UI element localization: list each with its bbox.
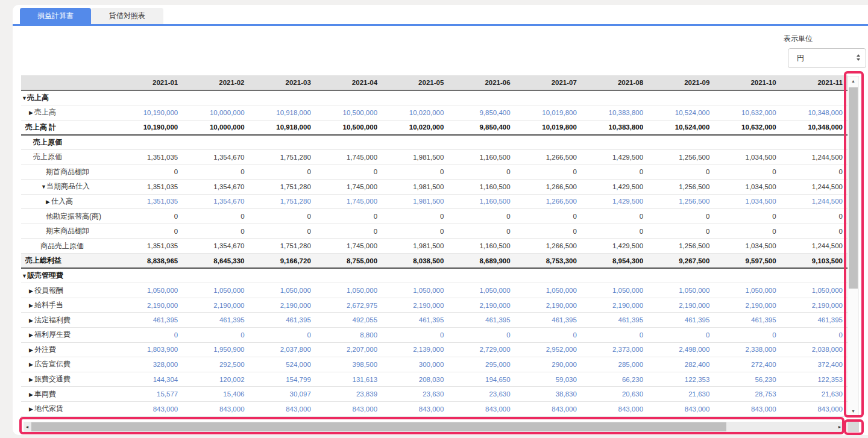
value-cell[interactable]: 1,050,000 — [582, 283, 648, 298]
value-cell[interactable]: 2,190,000 — [250, 298, 316, 313]
value-cell[interactable]: 0 — [714, 328, 781, 343]
value-cell[interactable]: 10,020,000 — [382, 105, 448, 120]
value-cell[interactable]: 372,400 — [781, 357, 848, 372]
value-cell[interactable]: 2,190,000 — [648, 298, 714, 313]
value-cell[interactable]: 1,751,280 — [250, 194, 316, 209]
value-cell[interactable]: 285,000 — [582, 357, 648, 372]
value-cell[interactable]: 2,037,800 — [250, 342, 316, 357]
value-cell[interactable]: 10,918,000 — [250, 105, 316, 120]
value-cell[interactable]: 10,524,000 — [648, 105, 714, 120]
value-cell[interactable]: 2,139,000 — [382, 342, 448, 357]
value-cell[interactable]: 0 — [648, 328, 714, 343]
value-cell[interactable]: 15,406 — [183, 387, 249, 402]
value-cell[interactable]: 1,160,500 — [448, 194, 515, 209]
value-cell[interactable]: 398,500 — [316, 357, 382, 372]
value-cell[interactable]: 300,000 — [382, 357, 448, 372]
expanded-triangle-icon[interactable]: ▼ — [22, 273, 27, 279]
value-cell[interactable]: 0 — [250, 328, 316, 343]
value-cell[interactable]: 0 — [781, 328, 848, 343]
expanded-triangle-icon[interactable]: ▼ — [41, 184, 46, 190]
value-cell[interactable]: 1,266,500 — [515, 194, 582, 209]
value-cell[interactable]: 122,353 — [648, 372, 714, 387]
value-cell[interactable]: 1,050,000 — [781, 283, 848, 298]
collapsed-triangle-icon[interactable]: ▶ — [29, 288, 34, 294]
value-cell[interactable]: 843,000 — [382, 401, 448, 416]
value-cell[interactable]: 122,353 — [781, 372, 848, 387]
value-cell[interactable]: 1,050,000 — [183, 283, 249, 298]
value-cell[interactable]: 21,630 — [781, 387, 848, 402]
tab-balance-sheet[interactable]: 貸借対照表 — [91, 8, 163, 24]
value-cell[interactable]: 38,830 — [515, 387, 582, 402]
collapsed-triangle-icon[interactable]: ▶ — [29, 110, 34, 116]
value-cell[interactable]: 9,850,400 — [448, 105, 515, 120]
value-cell[interactable]: 843,000 — [781, 401, 848, 416]
value-cell[interactable]: 15,577 — [116, 387, 183, 402]
value-cell[interactable]: 1,050,000 — [648, 283, 714, 298]
value-cell[interactable]: 2,190,000 — [714, 298, 781, 313]
value-cell[interactable]: 2,190,000 — [781, 298, 848, 313]
value-cell[interactable]: 0 — [183, 328, 249, 343]
tab-profit-loss[interactable]: 損益計算書 — [20, 8, 91, 24]
value-cell[interactable]: 131,613 — [316, 372, 382, 387]
row-label-cell[interactable]: ▶役員報酬 — [21, 283, 116, 298]
collapsed-triangle-icon[interactable]: ▶ — [29, 361, 34, 368]
value-cell[interactable]: 1,034,500 — [714, 194, 781, 209]
collapsed-triangle-icon[interactable]: ▶ — [29, 347, 34, 353]
value-cell[interactable]: 524,000 — [250, 357, 316, 372]
value-cell[interactable]: 461,395 — [515, 313, 582, 328]
value-cell[interactable]: 461,395 — [250, 313, 316, 328]
value-cell[interactable]: 843,000 — [515, 401, 582, 416]
value-cell[interactable]: 461,395 — [582, 313, 648, 328]
value-cell[interactable]: 1,050,000 — [116, 283, 183, 298]
row-label-cell[interactable]: ▶福利厚生費 — [21, 328, 116, 343]
value-cell[interactable]: 30,097 — [250, 387, 316, 402]
value-cell[interactable]: 1,354,670 — [183, 194, 249, 209]
value-cell[interactable]: 461,395 — [714, 313, 781, 328]
value-cell[interactable]: 461,395 — [648, 313, 714, 328]
value-cell[interactable]: 2,038,000 — [781, 342, 848, 357]
value-cell[interactable]: 1,050,000 — [382, 283, 448, 298]
value-cell[interactable]: 21,630 — [648, 387, 714, 402]
value-cell[interactable]: 208,030 — [382, 372, 448, 387]
value-cell[interactable]: 461,395 — [781, 313, 848, 328]
collapsed-triangle-icon[interactable]: ▶ — [29, 318, 34, 324]
value-cell[interactable]: 843,000 — [250, 401, 316, 416]
collapsed-triangle-icon[interactable]: ▶ — [29, 406, 34, 412]
collapsed-triangle-icon[interactable]: ▶ — [29, 377, 34, 383]
value-cell[interactable]: 2,729,000 — [448, 342, 515, 357]
row-label-cell[interactable]: ▶広告宣伝費 — [21, 357, 116, 372]
value-cell[interactable]: 0 — [382, 328, 448, 343]
value-cell[interactable]: 144,304 — [116, 372, 183, 387]
row-label-cell[interactable]: ▶外注費 — [21, 342, 116, 357]
value-cell[interactable]: 1,803,900 — [116, 342, 183, 357]
value-cell[interactable]: 23,839 — [316, 387, 382, 402]
value-cell[interactable]: 1,745,000 — [316, 194, 382, 209]
collapsed-triangle-icon[interactable]: ▶ — [29, 332, 34, 338]
row-label-cell[interactable]: ▶法定福利費 — [21, 313, 116, 328]
value-cell[interactable]: 1,050,000 — [448, 283, 515, 298]
row-label-cell[interactable]: ▶車両費 — [21, 387, 116, 402]
value-cell[interactable]: 328,000 — [116, 357, 183, 372]
value-cell[interactable]: 23,630 — [448, 387, 515, 402]
value-cell[interactable]: 56,230 — [714, 372, 781, 387]
expanded-triangle-icon[interactable]: ▼ — [22, 95, 27, 101]
value-cell[interactable]: 843,000 — [448, 401, 515, 416]
value-cell[interactable]: 292,500 — [183, 357, 249, 372]
value-cell[interactable]: 2,190,000 — [183, 298, 249, 313]
value-cell[interactable]: 1,050,000 — [714, 283, 781, 298]
value-cell[interactable]: 66,230 — [582, 372, 648, 387]
value-cell[interactable]: 10,190,000 — [116, 105, 183, 120]
collapsed-triangle-icon[interactable]: ▶ — [29, 392, 34, 398]
value-cell[interactable]: 2,338,000 — [714, 342, 781, 357]
value-cell[interactable]: 2,190,000 — [582, 298, 648, 313]
value-cell[interactable]: 2,207,000 — [316, 342, 382, 357]
value-cell[interactable]: 2,190,000 — [116, 298, 183, 313]
value-cell[interactable]: 59,030 — [515, 372, 582, 387]
value-cell[interactable]: 1,050,000 — [250, 283, 316, 298]
value-cell[interactable]: 1,429,500 — [582, 194, 648, 209]
value-cell[interactable]: 1,351,035 — [116, 194, 183, 209]
value-cell[interactable]: 272,400 — [714, 357, 781, 372]
value-cell[interactable]: 2,498,000 — [648, 342, 714, 357]
value-cell[interactable]: 1,050,000 — [515, 283, 582, 298]
value-cell[interactable]: 461,395 — [183, 313, 249, 328]
